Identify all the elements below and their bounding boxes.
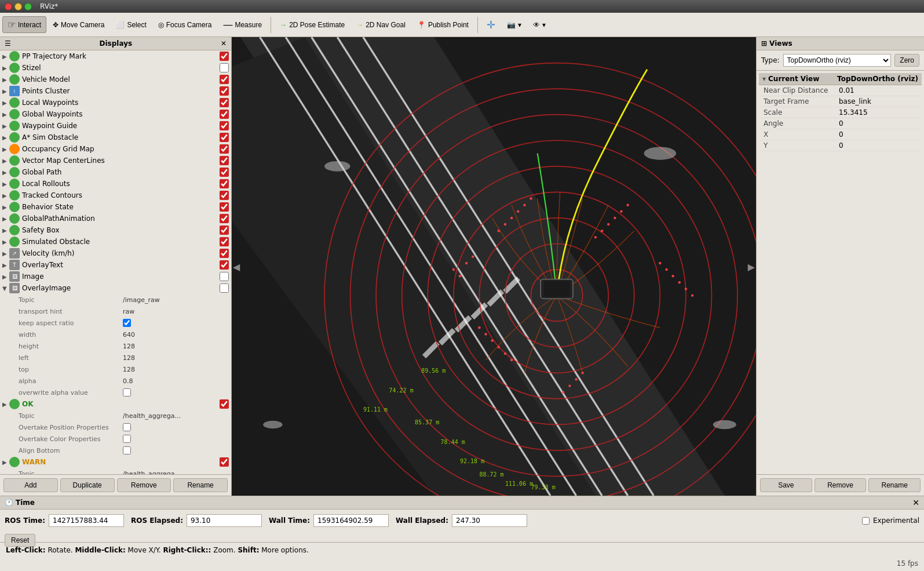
views-remove-button[interactable]: Remove (815, 478, 867, 492)
prop-overwrite-checkbox[interactable] (123, 388, 131, 397)
viz-canvas[interactable]: 89.56 m 74.22 m 91.11 m 85.37 m 78.44 m … (232, 37, 756, 496)
view-menu-button[interactable]: 👁 ▾ (528, 18, 551, 32)
display-item-tracked-contours[interactable]: ▶ Tracked Contours (0, 190, 231, 201)
svg-point-36 (659, 262, 661, 264)
display-item-velocity[interactable]: ▶ ↗ Velocity (km/h) (0, 248, 231, 259)
prop-ok-color-checkbox[interactable] (123, 435, 131, 443)
experimental-checkbox[interactable] (862, 517, 870, 525)
right-nav-arrow[interactable]: ▶ (748, 261, 755, 272)
display-item-global-waypoints[interactable]: ▶ Global Waypoints (0, 108, 231, 120)
display-checkbox-velocity[interactable] (220, 249, 229, 258)
display-item-vector-map[interactable]: ▶ Vector Map CenterLines (0, 155, 231, 166)
display-checkbox-local-wp[interactable] (220, 98, 229, 107)
display-checkbox-ot[interactable] (220, 260, 229, 270)
display-item-warn[interactable]: ▶ WARN (0, 456, 231, 468)
display-checkbox-astar[interactable] (220, 133, 229, 142)
display-item-points-cluster[interactable]: ▶ ⁞ Points Cluster (0, 85, 231, 97)
display-item-local-waypoints[interactable]: ▶ Local Waypoints (0, 97, 231, 108)
display-icon-local-wp (9, 97, 20, 108)
display-checkbox-global-wp[interactable] (220, 110, 229, 119)
display-checkbox-stizel[interactable] (220, 63, 229, 72)
add-axis-button[interactable]: ✛ (481, 16, 501, 34)
display-item-global-path[interactable]: ▶ Global Path (0, 166, 231, 178)
expand-arrow-sim: ▶ (2, 239, 9, 245)
focus-camera-button[interactable]: ◎ Focus Camera (153, 18, 217, 32)
pose-estimate-button[interactable]: → 2D Pose Estimate (275, 18, 350, 32)
display-checkbox-ok[interactable] (220, 399, 229, 409)
prop-keep-aspect-checkbox[interactable] (123, 319, 131, 327)
views-zero-button[interactable]: Zero (894, 54, 919, 67)
display-checkbox-pp-trajectory[interactable] (220, 52, 229, 61)
display-item-sim-obstacle[interactable]: ▶ Simulated Obstacle (0, 236, 231, 248)
views-type-select[interactable]: TopDownOrtho (rviz) (783, 54, 892, 67)
display-checkbox-global-path[interactable] (220, 168, 229, 177)
display-checkbox-wp-guide[interactable] (220, 121, 229, 130)
window-controls[interactable] (5, 3, 32, 10)
display-item-occupancy[interactable]: ▶ Occupancy Grid Map (0, 143, 231, 155)
svg-point-29 (529, 197, 532, 199)
display-item-stizel[interactable]: ▶ Stizel (0, 62, 231, 74)
display-checkbox-gpa[interactable] (220, 214, 229, 223)
views-rename-button[interactable]: Rename (868, 478, 921, 492)
display-checkbox-warn[interactable] (220, 457, 229, 467)
display-item-vehicle-model[interactable]: ▶ Vehicle Model (0, 74, 231, 85)
display-item-overlay-image[interactable]: ▼ 🖼 OverlayImage (0, 282, 231, 294)
display-label-ot: OverlayText (22, 261, 217, 269)
svg-point-35 (626, 203, 629, 206)
display-item-pp-trajectory[interactable]: ▶ PP Trajectory Mark (0, 50, 231, 62)
interact-label: Interact (18, 21, 41, 29)
prop-ok-pos-checkbox[interactable] (123, 423, 131, 431)
display-item-local-rollouts[interactable]: ▶ Local Rollouts (0, 178, 231, 190)
duplicate-display-button[interactable]: Duplicate (60, 478, 115, 492)
display-item-waypoint-guide[interactable]: ▶ Waypoint Guide (0, 120, 231, 132)
rename-display-button[interactable]: Rename (173, 478, 228, 492)
display-checkbox-points[interactable] (220, 86, 229, 96)
wall-time-label: Wall Time: (269, 517, 310, 525)
visualization-panel[interactable]: 89.56 m 74.22 m 91.11 m 85.37 m 78.44 m … (232, 37, 756, 496)
nav-goal-button[interactable]: → 2D Nav Goal (351, 18, 411, 32)
display-checkbox-tracked[interactable] (220, 191, 229, 200)
publish-point-button[interactable]: 📍 Publish Point (412, 18, 474, 32)
display-item-ok[interactable]: ▶ OK (0, 398, 231, 410)
cv-target-frame-value: base_link (839, 97, 917, 106)
select-button[interactable]: ⬜ Select (111, 18, 151, 32)
display-checkbox-safety[interactable] (220, 226, 229, 235)
display-checkbox-occupancy[interactable] (220, 144, 229, 154)
remove-display-button[interactable]: Remove (117, 478, 171, 492)
publish-point-label: Publish Point (428, 21, 469, 29)
display-item-safety-box[interactable]: ▶ Safety Box (0, 224, 231, 236)
maximize-button[interactable] (24, 3, 32, 10)
display-item-astar[interactable]: ▶ A* Sim Obstacle (0, 132, 231, 143)
views-save-button[interactable]: Save (760, 478, 812, 492)
svg-point-39 (678, 281, 681, 283)
add-display-button[interactable]: Add (3, 478, 58, 492)
minimize-button[interactable] (14, 3, 22, 10)
svg-point-48 (562, 391, 564, 394)
prop-ok-align-checkbox[interactable] (123, 446, 131, 454)
displays-close-icon[interactable]: ✕ (221, 39, 227, 48)
display-checkbox-vector[interactable] (220, 156, 229, 165)
expand-arrow-gpa: ▶ (2, 216, 9, 222)
display-item-image[interactable]: ▶ 🖼 Image (0, 271, 231, 282)
measure-button[interactable]: — Measure (218, 17, 267, 33)
nav-goal-icon: → (356, 21, 363, 29)
focus-camera-label: Focus Camera (166, 21, 212, 29)
display-checkbox-behavior[interactable] (220, 202, 229, 212)
display-icon-safety (9, 225, 20, 235)
left-nav-arrow[interactable]: ◀ (233, 261, 240, 272)
display-icon-oi: 🖼 (9, 283, 20, 293)
display-item-behavior[interactable]: ▶ Behavior State (0, 201, 231, 213)
move-camera-button[interactable]: ✥ Move Camera (48, 18, 109, 32)
camera-menu-button[interactable]: 📷 ▾ (502, 18, 527, 32)
display-checkbox-rollouts[interactable] (220, 179, 229, 188)
display-item-overlay-text[interactable]: ▶ T OverlayText (0, 259, 231, 271)
display-item-gpa[interactable]: ▶ GlobalPathAnimation (0, 213, 231, 224)
time-collapse-icon[interactable]: ✕ (912, 498, 919, 507)
cv-header-type: TopDownOrtho (rviz) (837, 75, 918, 83)
display-checkbox-oi[interactable] (220, 283, 229, 293)
interact-button[interactable]: ☞ Interact (2, 16, 46, 33)
display-checkbox-image[interactable] (220, 272, 229, 281)
display-checkbox-sim[interactable] (220, 237, 229, 246)
display-checkbox-vehicle[interactable] (220, 75, 229, 84)
close-button[interactable] (5, 3, 12, 10)
